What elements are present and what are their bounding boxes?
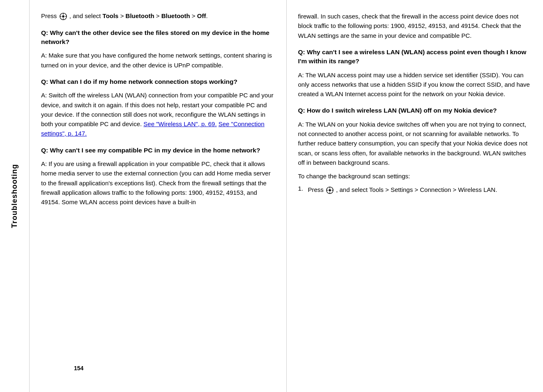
sidebar: Troubleshooting: [0, 0, 30, 392]
answer-2: A: Switch off the wireless LAN (WLAN) co…: [41, 90, 274, 138]
question-1: Q: Why can't the other device see the fi…: [41, 28, 274, 47]
step-settings: Settings: [391, 186, 413, 193]
svg-point-7: [329, 189, 331, 191]
step-gt2: >: [414, 186, 420, 193]
intro-gt3: >: [192, 12, 197, 19]
intro-bluetooth1: Bluetooth: [126, 12, 154, 19]
svg-point-1: [62, 15, 64, 17]
main-content: Press , and select Tools > Bluetooth > B…: [30, 0, 543, 392]
scan-step: 1. Press , and select Tools > Settings >: [298, 185, 531, 197]
intro-paragraph: Press , and select Tools > Bluetooth > B…: [41, 12, 274, 21]
answer-4: A: The WLAN access point may use a hidde…: [298, 70, 531, 99]
menu-icon: [60, 13, 67, 20]
step-content: Press , and select Tools > Settings > Co…: [308, 185, 497, 194]
step-gt3: >: [453, 186, 458, 193]
step-gt1: >: [385, 186, 391, 193]
step-tools: Tools: [369, 186, 384, 193]
right-column: firewall. In such cases, check that the …: [287, 0, 543, 392]
step-period: .: [495, 186, 497, 193]
question-2: Q: What can I do if my home network conn…: [41, 77, 274, 86]
question-3: Q: Why can't I see my compatible PC in m…: [41, 146, 274, 155]
question-5: Q: How do I switch wireless LAN (WLAN) o…: [298, 106, 531, 115]
intro-and-select: , and select: [69, 12, 101, 19]
scan-intro: To change the background scan settings:: [298, 171, 531, 181]
page-number: 154: [74, 365, 83, 371]
step-wireless-lan: Wireless LAN: [458, 186, 495, 193]
link-wireless-lan[interactable]: See "Wireless LAN", p. 69.: [143, 120, 216, 127]
step-press: Press: [308, 186, 324, 193]
left-column: Press , and select Tools > Bluetooth > B…: [30, 0, 287, 392]
answer-3-continued: firewall. In such cases, check that the …: [298, 12, 531, 40]
step-connection: Connection: [420, 186, 451, 193]
intro-off: Off: [197, 12, 206, 19]
question-4: Q: Why can't I see a wireless LAN (WLAN)…: [298, 48, 531, 66]
intro-bluetooth2: Bluetooth: [161, 12, 190, 19]
intro-gt1: >: [120, 12, 126, 19]
answer-5: A: The WLAN on your Nokia device switche…: [298, 120, 531, 167]
answer-3: A: If you are using a firewall applicati…: [41, 159, 274, 207]
step-number: 1.: [298, 185, 306, 197]
intro-tools: Tools: [103, 12, 119, 19]
answer-1: A: Make sure that you have configured th…: [41, 51, 274, 70]
step-and-select: , and select: [336, 186, 368, 193]
step-menu-icon: [326, 187, 334, 194]
intro-press: Press: [41, 12, 57, 19]
sidebar-label: Troubleshooting: [10, 164, 19, 228]
intro-gt2: >: [156, 12, 161, 19]
intro-period: .: [206, 12, 207, 19]
